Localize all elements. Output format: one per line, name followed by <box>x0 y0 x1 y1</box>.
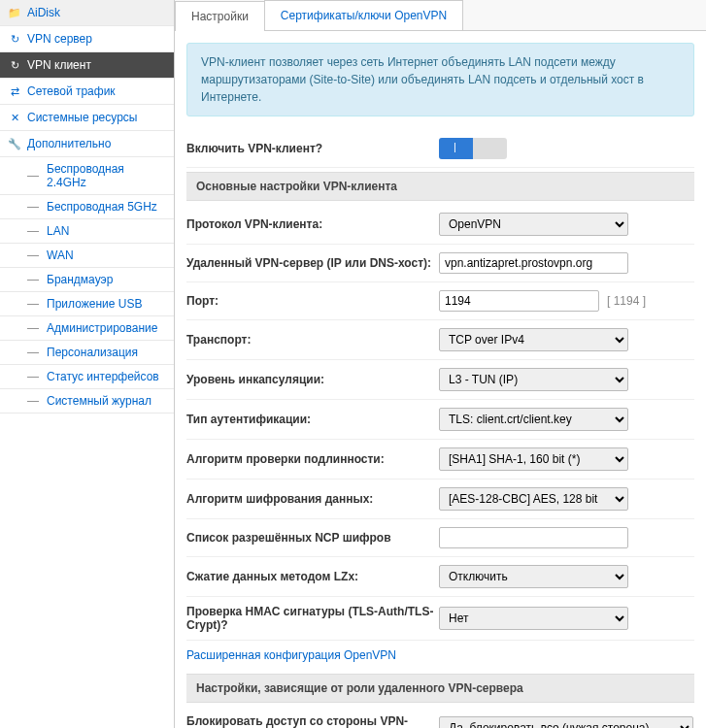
content: VPN-клиент позволяет через сеть Интернет… <box>175 31 706 728</box>
transport-select[interactable]: TCP over IPv4 <box>439 328 628 351</box>
sidebar-label: Сетевой трафик <box>27 84 116 98</box>
advanced-link[interactable]: Расширенная конфигурация OpenVPN <box>186 641 694 670</box>
sidebar-sub-syslog[interactable]: Системный журнал <box>0 389 174 414</box>
tab-certs[interactable]: Сертификаты/ключи OpenVPN <box>264 0 463 30</box>
vpn-icon: ↻ <box>8 32 21 46</box>
row-port: Порт: [ 1194 ] <box>186 282 694 320</box>
enable-toggle[interactable] <box>439 138 507 159</box>
row-lzx: Сжатие данных методом LZx: Отключить <box>186 557 694 597</box>
encap-select[interactable]: L3 - TUN (IP) <box>439 368 628 391</box>
block-select[interactable]: Да, блокировать все (чужая сторона) <box>439 716 693 728</box>
sidebar-sub-wan[interactable]: WAN <box>0 244 174 268</box>
sidebar-label: AiDisk <box>27 6 60 19</box>
cipher-select[interactable]: [AES-128-CBC] AES, 128 bit <box>439 487 628 511</box>
sidebar-label: VPN сервер <box>27 32 92 46</box>
port-input[interactable] <box>439 290 599 312</box>
tab-settings[interactable]: Настройки <box>175 1 265 31</box>
sidebar: 📁AiDisk ↻VPN сервер ↻VPN клиент ⇄Сетевой… <box>0 0 175 728</box>
enable-label: Включить VPN-клиент? <box>186 142 439 155</box>
row-verify: Алгоритм проверки подлинности: [SHA1] SH… <box>186 440 694 480</box>
port-hint: [ 1194 ] <box>607 294 646 308</box>
encap-label: Уровень инкапсуляции: <box>186 373 439 386</box>
row-encap: Уровень инкапсуляции: L3 - TUN (IP) <box>186 360 694 400</box>
sidebar-item-aidisk[interactable]: 📁AiDisk <box>0 0 174 26</box>
main-panel: Настройки Сертификаты/ключи OpenVPN VPN-… <box>175 0 706 728</box>
sidebar-sub-personalize[interactable]: Персонализация <box>0 341 174 365</box>
row-protocol: Протокол VPN-клиента: OpenVPN <box>186 205 694 245</box>
row-ncp: Список разрешённых NCP шифров <box>186 519 694 557</box>
row-transport: Транспорт: TCP over IPv4 <box>186 320 694 360</box>
sidebar-sub-ifstatus[interactable]: Статус интерфейсов <box>0 365 174 389</box>
server-label: Удаленный VPN-сервер (IP или DNS-хост): <box>186 256 439 270</box>
sidebar-sub-24ghz[interactable]: Беспроводная 2.4GHz <box>0 157 174 195</box>
section-deps: Настройки, зависящие от роли удаленного … <box>186 674 694 703</box>
cipher-label: Алгоритм шифрования данных: <box>186 492 439 506</box>
tabs: Настройки Сертификаты/ключи OpenVPN <box>175 0 706 31</box>
protocol-select[interactable]: OpenVPN <box>439 213 628 236</box>
sidebar-label: Дополнительно <box>27 137 111 150</box>
verify-select[interactable]: [SHA1] SHA-1, 160 bit (*) <box>439 447 628 471</box>
sidebar-item-vpnclient[interactable]: ↻VPN клиент <box>0 52 174 79</box>
protocol-label: Протокол VPN-клиента: <box>186 217 439 231</box>
sidebar-sub-firewall[interactable]: Брандмауэр <box>0 268 174 292</box>
auth-select[interactable]: TLS: client.crt/client.key <box>439 408 628 431</box>
server-input[interactable] <box>439 252 628 274</box>
row-block: Блокировать доступ со стороны VPN-сервер… <box>186 707 694 728</box>
row-auth: Тип аутентификации: TLS: client.crt/clie… <box>186 400 694 440</box>
sidebar-item-advanced[interactable]: 🔧Дополнительно <box>0 131 174 157</box>
sidebar-item-traffic[interactable]: ⇄Сетевой трафик <box>0 79 174 105</box>
sidebar-item-vpnserver[interactable]: ↻VPN сервер <box>0 26 174 52</box>
port-label: Порт: <box>186 294 439 308</box>
traffic-icon: ⇄ <box>8 84 21 98</box>
resources-icon: ✕ <box>8 111 21 124</box>
sidebar-sub-lan[interactable]: LAN <box>0 219 174 244</box>
vpn-icon: ↻ <box>8 58 21 72</box>
transport-label: Транспорт: <box>186 333 439 347</box>
sidebar-label: Системные ресурсы <box>27 111 137 124</box>
wrench-icon: 🔧 <box>8 137 21 150</box>
row-server: Удаленный VPN-сервер (IP или DNS-хост): <box>186 245 694 282</box>
row-enable: Включить VPN-клиент? <box>186 130 694 168</box>
sidebar-item-resources[interactable]: ✕Системные ресурсы <box>0 105 174 131</box>
ncp-label: Список разрешённых NCP шифров <box>186 531 439 545</box>
row-cipher: Алгоритм шифрования данных: [AES-128-CBC… <box>186 480 694 519</box>
info-box: VPN-клиент позволяет через сеть Интернет… <box>186 43 694 116</box>
sidebar-sub-admin[interactable]: Администрирование <box>0 316 174 341</box>
sidebar-sub-usb[interactable]: Приложение USB <box>0 292 174 316</box>
section-main: Основные настройки VPN-клиента <box>186 172 694 201</box>
auth-label: Тип аутентификации: <box>186 413 439 426</box>
ncp-input[interactable] <box>439 527 628 548</box>
hmac-select[interactable]: Нет <box>439 607 628 630</box>
sidebar-label: VPN клиент <box>27 58 91 72</box>
row-hmac: Проверка HMAC сигнатуры (TLS-Auth/TLS-Cr… <box>186 597 694 641</box>
lzx-label: Сжатие данных методом LZx: <box>186 570 439 583</box>
sidebar-sub-5ghz[interactable]: Беспроводная 5GHz <box>0 195 174 219</box>
hmac-label: Проверка HMAC сигнатуры (TLS-Auth/TLS-Cr… <box>186 605 439 632</box>
block-label: Блокировать доступ со стороны VPN-сервер… <box>186 714 439 728</box>
lzx-select[interactable]: Отключить <box>439 565 628 588</box>
disk-icon: 📁 <box>8 6 21 19</box>
verify-label: Алгоритм проверки подлинности: <box>186 452 439 466</box>
